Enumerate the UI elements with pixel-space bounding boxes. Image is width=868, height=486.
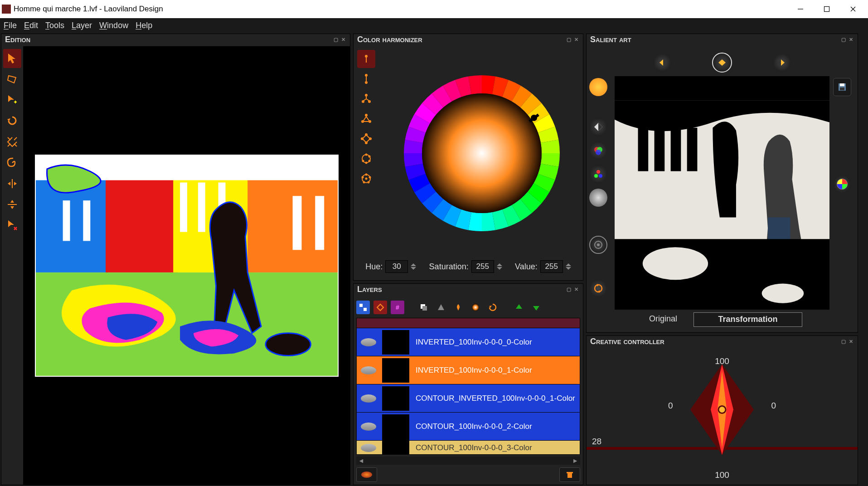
harmony-square[interactable] xyxy=(357,130,375,148)
tool-spiral[interactable] xyxy=(3,153,21,172)
menu-layer[interactable]: Layer xyxy=(72,21,92,30)
layer-visibility[interactable] xyxy=(357,441,380,455)
maximize-button[interactable] xyxy=(814,0,840,18)
color-wheel[interactable] xyxy=(384,50,579,257)
tool-flip-h[interactable] xyxy=(3,174,21,193)
layer-list[interactable]: INVERTED_100Inv-0-0-0_0-Color INVERTED_1… xyxy=(356,318,580,455)
salient-fill[interactable] xyxy=(589,78,607,96)
layer-tool-up[interactable] xyxy=(512,301,526,314)
panel-controls-icon[interactable]: ▢ ✕ xyxy=(567,37,579,43)
layer-tool-duplicate[interactable] xyxy=(417,301,431,314)
menu-window[interactable]: Window xyxy=(99,21,128,30)
saturation-input[interactable] xyxy=(471,260,494,273)
layer-visibility[interactable] xyxy=(357,328,380,356)
layer-visibility[interactable] xyxy=(357,413,380,440)
layer-visibility[interactable] xyxy=(357,384,380,412)
harmonizer-tools xyxy=(357,50,379,257)
layer-row[interactable]: CONTOUR_INVERTED_100Inv-0-0-0_1-Color xyxy=(357,384,580,413)
tab-original[interactable]: Original xyxy=(642,312,684,327)
harmony-analogous[interactable] xyxy=(357,150,375,168)
tool-delete-point[interactable] xyxy=(3,216,21,235)
layer-tool-group[interactable] xyxy=(434,301,448,314)
salient-preview-image[interactable] xyxy=(615,76,829,310)
layer-tool-paint[interactable] xyxy=(451,301,465,314)
harmony-split[interactable] xyxy=(357,90,375,108)
layer-visibility[interactable] xyxy=(357,356,380,384)
minimize-button[interactable] xyxy=(787,0,814,18)
panel-controls-icon[interactable]: ▢ ✕ xyxy=(841,37,854,43)
menu-edit[interactable]: Edit xyxy=(24,21,38,30)
value-spinner[interactable] xyxy=(566,263,571,270)
salient-rgb[interactable] xyxy=(589,141,607,160)
layer-scrollbar[interactable]: ◄ ► xyxy=(356,457,580,465)
salient-grayscale[interactable] xyxy=(589,189,607,207)
salient-play[interactable] xyxy=(712,53,732,73)
layer-tool-effects[interactable]: # xyxy=(391,301,404,314)
svg-point-65 xyxy=(594,174,598,178)
salient-save[interactable] xyxy=(833,78,851,96)
harmony-custom[interactable] xyxy=(357,170,375,188)
svg-point-64 xyxy=(596,170,600,174)
harmony-triadic[interactable] xyxy=(357,110,375,128)
layer-tool-showhide[interactable] xyxy=(356,301,370,314)
layer-delete-button[interactable] xyxy=(559,467,580,482)
cc-diamond[interactable] xyxy=(681,355,763,467)
menu-help[interactable]: Help xyxy=(136,21,152,30)
scroll-right-icon[interactable]: ► xyxy=(572,457,578,464)
svg-rect-18 xyxy=(292,196,301,250)
panel-controls-icon[interactable]: ▢ ✕ xyxy=(567,287,579,292)
layer-tool-merge[interactable] xyxy=(373,301,387,314)
salient-channels[interactable] xyxy=(589,165,607,183)
harmony-single[interactable] xyxy=(357,50,375,68)
svg-point-46 xyxy=(368,181,370,184)
tool-pointer[interactable] xyxy=(3,49,21,68)
window-title: Homme qui marche 1.lvf - Laoviland Desig… xyxy=(14,5,163,14)
salient-next[interactable] xyxy=(772,53,792,73)
layer-row[interactable]: INVERTED_100Inv-0-0-0_1-Color xyxy=(357,356,580,384)
layers-title: Layers xyxy=(357,285,382,294)
layer-thumbnail xyxy=(382,386,409,411)
salient-refresh[interactable] xyxy=(589,279,607,297)
panel-controls-icon[interactable]: ▢ ✕ xyxy=(841,339,854,345)
salient-panel: Salient art▢ ✕ xyxy=(586,34,858,333)
layer-blend-button[interactable] xyxy=(356,467,377,482)
salient-right-tools xyxy=(833,76,855,330)
hue-input[interactable] xyxy=(385,260,408,273)
menubar: File Edit Tools Layer Window Help xyxy=(0,18,868,33)
harmony-complementary[interactable] xyxy=(357,70,375,88)
salient-wheel[interactable] xyxy=(833,175,851,193)
canvas-area[interactable] xyxy=(23,46,350,485)
tab-transformation[interactable]: Transformation xyxy=(693,312,802,327)
salient-contrast[interactable] xyxy=(589,118,607,136)
menu-tools[interactable]: Tools xyxy=(45,21,64,30)
hue-spinner[interactable] xyxy=(411,263,416,270)
layer-name-label: CONTOUR_100Inv-0-0-0_2-Color xyxy=(411,422,580,431)
tool-flip-v[interactable] xyxy=(3,195,21,214)
creative-body[interactable]: 100 100 0 0 28 xyxy=(587,348,858,485)
scroll-left-icon[interactable]: ◄ xyxy=(358,457,364,464)
tool-move[interactable] xyxy=(3,91,21,110)
layer-row[interactable]: CONTOUR_100Inv-0-0-0_3-Color xyxy=(357,441,580,455)
tool-rotate[interactable] xyxy=(3,112,21,131)
tool-lasso[interactable] xyxy=(3,70,21,89)
salient-prev[interactable] xyxy=(652,53,672,73)
salient-target[interactable] xyxy=(589,236,607,254)
layer-tool-gradient[interactable] xyxy=(469,301,482,314)
layers-panel: Layers▢ ✕ # xyxy=(353,283,583,485)
canvas[interactable] xyxy=(35,155,339,377)
close-button[interactable] xyxy=(840,0,866,18)
value-input[interactable] xyxy=(540,260,563,273)
svg-point-45 xyxy=(369,176,371,179)
svg-point-38 xyxy=(365,154,368,156)
layer-tool-rotate[interactable] xyxy=(486,301,499,314)
svg-point-78 xyxy=(643,247,708,280)
menu-file[interactable]: File xyxy=(4,21,17,30)
layer-row[interactable]: INVERTED_100Inv-0-0-0_0-Color xyxy=(357,328,580,356)
layer-name-label: CONTOUR_100Inv-0-0-0_3-Color xyxy=(411,443,580,452)
salient-title: Salient art xyxy=(590,35,631,44)
panel-controls-icon[interactable]: ▢ ✕ xyxy=(334,37,346,43)
tool-scale[interactable] xyxy=(3,132,21,151)
saturation-spinner[interactable] xyxy=(497,263,502,270)
layer-tool-down[interactable] xyxy=(529,301,543,314)
layer-row-partial[interactable] xyxy=(357,318,580,328)
